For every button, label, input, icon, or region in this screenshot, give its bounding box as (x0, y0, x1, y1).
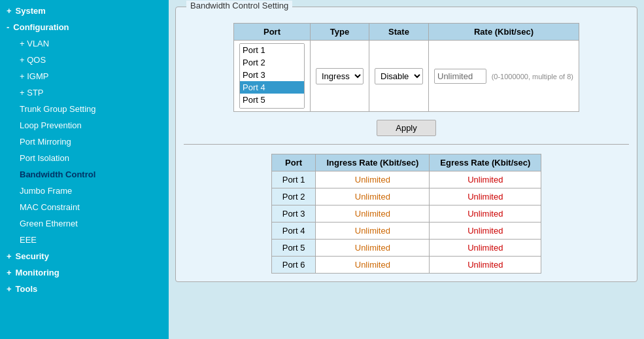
sidebar-item-mac-constraint[interactable]: MAC Constraint (0, 199, 169, 215)
bandwidth-status-table: Port Ingress Rate (Kbit/sec) Egress Rate… (271, 154, 542, 274)
sidebar-item-configuration-label: Configuration (13, 22, 69, 32)
port-option-3: Port 3 (240, 69, 304, 81)
port-option-6: Port 6 (240, 106, 304, 109)
vlan-expand-icon: + (20, 39, 27, 48)
state-cell: Disable Enable (369, 41, 429, 112)
sidebar: + System - Configuration + VLAN + QOS + … (0, 0, 169, 339)
sidebar-item-security-label: Security (16, 251, 49, 261)
port-option-4: Port 4 (240, 81, 304, 94)
panel-title: Bandwidth Control Setting (186, 1, 292, 10)
sidebar-item-vlan[interactable]: + VLAN (0, 35, 169, 52)
type-select[interactable]: Ingress Egress (316, 68, 364, 84)
status-port-cell: Port 2 (271, 188, 316, 205)
egress-rate-cell: Unlimited (430, 257, 541, 274)
col-type: Type (311, 24, 369, 41)
rate-cell: (0-1000000, multiple of 8) (429, 41, 579, 112)
rate-hint: (0-1000000, multiple of 8) (492, 73, 573, 80)
sidebar-item-bandwidth-control[interactable]: Bandwidth Control (0, 166, 169, 183)
jumbo-frame-label: Jumbo Frame (20, 186, 72, 196)
configuration-expand-icon: - (7, 22, 9, 32)
sidebar-item-trunk-group[interactable]: Trunk Group Setting (0, 101, 169, 117)
sidebar-item-port-isolation[interactable]: Port Isolation (0, 150, 169, 166)
top-config-table: Port Type State Rate (Kbit/sec) Port 1 P… (233, 23, 579, 112)
status-col-ingress: Ingress Rate (Kbit/sec) (316, 154, 430, 171)
egress-rate-cell: Unlimited (430, 240, 541, 257)
monitoring-expand-icon: + (7, 268, 12, 277)
bandwidth-control-panel: Bandwidth Control Setting Port Type Stat… (175, 7, 637, 282)
status-col-egress: Egress Rate (Kbit/sec) (430, 154, 541, 171)
port-option-5: Port 5 (240, 94, 304, 106)
divider (184, 144, 629, 145)
sidebar-item-jumbo-frame[interactable]: Jumbo Frame (0, 183, 169, 199)
sidebar-item-system[interactable]: + System (0, 3, 169, 19)
ingress-rate-cell: Unlimited (316, 188, 430, 205)
trunk-group-label: Trunk Group Setting (20, 104, 96, 114)
ingress-rate-cell: Unlimited (316, 257, 430, 274)
tools-expand-icon: + (7, 284, 12, 294)
col-state: State (369, 24, 429, 41)
type-cell: Ingress Egress (311, 41, 369, 112)
ingress-rate-cell: Unlimited (316, 205, 430, 223)
sidebar-item-green-ethernet[interactable]: Green Ethernet (0, 215, 169, 232)
system-expand-icon: + (7, 6, 12, 16)
status-port-cell: Port 6 (271, 257, 316, 274)
status-col-port: Port (271, 154, 316, 171)
port-option-2: Port 2 (240, 56, 304, 69)
ingress-rate-cell: Unlimited (316, 223, 430, 240)
sidebar-item-eee[interactable]: EEE (0, 232, 169, 248)
status-port-cell: Port 3 (271, 205, 316, 223)
port-select[interactable]: Port 1 Port 2 Port 3 Port 4 Port 5 Port … (239, 43, 305, 109)
bandwidth-control-label: Bandwidth Control (20, 170, 95, 179)
sidebar-item-igmp[interactable]: + IGMP (0, 68, 169, 84)
rate-input[interactable] (434, 69, 486, 84)
ingress-rate-cell: Unlimited (316, 240, 430, 257)
sidebar-item-qos[interactable]: + QOS (0, 52, 169, 68)
port-isolation-label: Port Isolation (20, 153, 69, 163)
egress-rate-cell: Unlimited (430, 223, 541, 240)
sidebar-item-loop-prevention[interactable]: Loop Prevention (0, 117, 169, 134)
state-select[interactable]: Disable Enable (375, 68, 423, 84)
col-port: Port (234, 24, 311, 41)
sidebar-item-security[interactable]: + Security (0, 248, 169, 264)
eee-label: EEE (20, 235, 37, 245)
sidebar-item-monitoring[interactable]: + Monitoring (0, 264, 169, 281)
green-ethernet-label: Green Ethernet (20, 219, 78, 228)
egress-rate-cell: Unlimited (430, 205, 541, 223)
egress-rate-cell: Unlimited (430, 171, 541, 188)
port-option-1: Port 1 (240, 44, 304, 56)
igmp-expand-icon: + (20, 71, 27, 81)
sidebar-item-system-label: System (16, 6, 46, 16)
qos-expand-icon: + (20, 55, 27, 65)
sidebar-item-stp[interactable]: + STP (0, 84, 169, 101)
port-list-cell: Port 1 Port 2 Port 3 Port 4 Port 5 Port … (234, 41, 311, 112)
table-row: Port 6UnlimitedUnlimited (271, 257, 541, 274)
table-row: Port 5UnlimitedUnlimited (271, 240, 541, 257)
sidebar-item-tools-label: Tools (16, 284, 38, 294)
egress-rate-cell: Unlimited (430, 188, 541, 205)
stp-expand-icon: + (20, 88, 27, 98)
security-expand-icon: + (7, 251, 12, 261)
sidebar-item-tools[interactable]: + Tools (0, 281, 169, 297)
table-row: Port 1UnlimitedUnlimited (271, 171, 541, 188)
table-row: Port 2UnlimitedUnlimited (271, 188, 541, 205)
table-row: Port 4UnlimitedUnlimited (271, 223, 541, 240)
loop-prevention-label: Loop Prevention (20, 120, 82, 130)
mac-constraint-label: MAC Constraint (20, 202, 80, 212)
col-rate: Rate (Kbit/sec) (429, 24, 579, 41)
status-port-cell: Port 5 (271, 240, 316, 257)
sidebar-item-configuration[interactable]: - Configuration (0, 19, 169, 35)
status-port-cell: Port 4 (271, 223, 316, 240)
main-content: Bandwidth Control Setting Port Type Stat… (169, 0, 644, 339)
sidebar-item-port-mirroring[interactable]: Port Mirroring (0, 134, 169, 150)
port-mirroring-label: Port Mirroring (20, 137, 71, 147)
ingress-rate-cell: Unlimited (316, 171, 430, 188)
status-port-cell: Port 1 (271, 171, 316, 188)
table-row: Port 3UnlimitedUnlimited (271, 205, 541, 223)
sidebar-item-monitoring-label: Monitoring (16, 268, 59, 277)
apply-button[interactable]: Apply (377, 120, 436, 136)
